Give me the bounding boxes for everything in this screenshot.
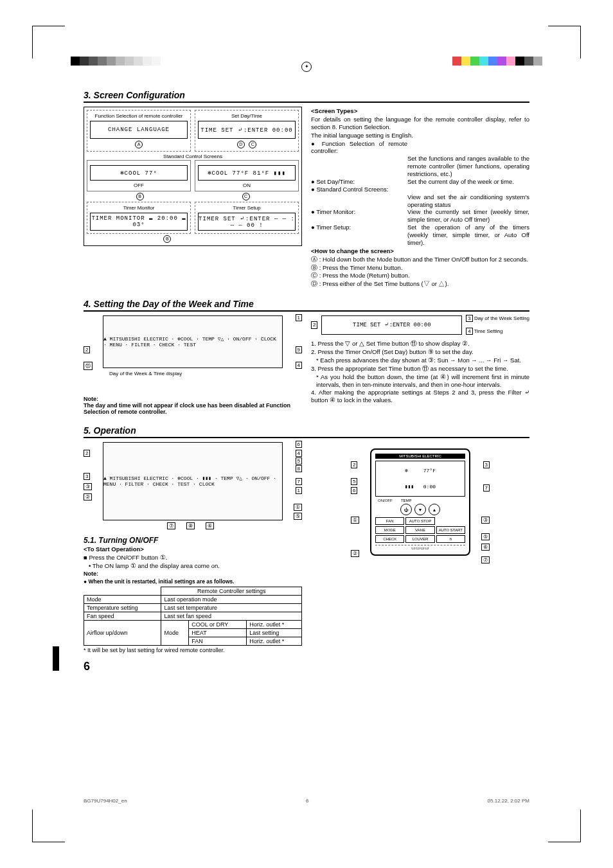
st-item2-label: ● Standard Control Screens: (311, 186, 407, 193)
btn-vane[interactable]: VANE (405, 526, 434, 534)
wc-2: 2 (351, 461, 357, 468)
btn-mode[interactable]: MODE (375, 526, 404, 534)
section-3-heading: 3. Screen Configuration (84, 90, 529, 103)
btn-temp-down[interactable]: ▼ (414, 504, 426, 515)
wireless-remote-figure: MITSUBISHI ELECTRIC ❄ 77°F ▮▮▮ 0:00 ON/O… (370, 448, 470, 556)
lcd-timer-setup: TIMER SET ⤶:ENTER — — : — — 00 ! (198, 213, 296, 231)
legend-dayweek: Day of the Week Setting (474, 315, 529, 321)
btn-check[interactable]: CHECK (375, 535, 404, 543)
label-on: ON (198, 182, 296, 188)
footer-right: 05.12.22, 2:02 PM (488, 798, 529, 804)
howto-step-a: Ⓐ : Hold down both the Mode button and t… (311, 256, 529, 263)
btn-onoff[interactable]: ⏻ (400, 504, 412, 515)
marker-c1: C (249, 141, 256, 148)
s4-step2: 2. Press the Timer On/Off (Set Day) butt… (311, 348, 529, 356)
to-start-heading: <To Start Operation> (84, 545, 144, 553)
s5-note-title: Note: (84, 571, 302, 578)
wc-2c: ② (351, 550, 359, 557)
wc-5: 5 (351, 478, 357, 485)
settings-table: Remote Controller settings ModeLast oper… (84, 587, 302, 646)
wc-7c: ⑦ (481, 556, 490, 563)
callout-2a: 2 (84, 346, 90, 353)
s5-note-line: ● When the unit is restarted, initial se… (84, 578, 302, 585)
wired-remote-figure-2: ▲ MITSUBISHI ELECTRIC · ❄COOL · ▮▮▮ · TE… (103, 442, 283, 520)
callout-11: ⑪ (84, 362, 93, 370)
callout-2b: 2 (311, 321, 317, 329)
st-item1-text: Set the current day of the week or time. (407, 178, 529, 186)
btn-h[interactable]: h (436, 535, 465, 543)
lcd-cool-off: ❄COOL 77° (90, 165, 188, 181)
wc-3c: ③ (481, 517, 490, 524)
c5-2: 2 (84, 450, 90, 457)
section-5-heading: 5. Operation (84, 425, 529, 438)
st-item2-text: View and set the air conditioning system… (407, 193, 529, 209)
label-off: OFF (90, 182, 188, 188)
s4-step2a: * Each press advances the day shown at ③… (311, 357, 529, 364)
caption-daytime: Day of the Week & Time display (109, 371, 302, 376)
tbl-footnote: * It will be set by last setting for wir… (84, 647, 302, 653)
c5-7: 7 (296, 478, 302, 485)
howto-step-d: Ⓓ : Press either of the Set Time buttons… (311, 280, 529, 288)
tbl-c01: Horiz. outlet * (247, 620, 302, 628)
label-set-day: Set Day/Time (231, 113, 262, 119)
wc-5c: ⑤ (481, 533, 490, 540)
btn-louver[interactable]: LOUVER (405, 535, 434, 543)
howto-step-c: Ⓒ : Press the Mode (Return) button. (311, 272, 529, 279)
st-item4-label: ● Timer Setup: (311, 224, 407, 247)
footer-left: BG79U794H02_en (84, 798, 127, 804)
wc-1c: ① (351, 517, 359, 524)
callout-3b: 3 (466, 315, 472, 322)
c5-6c: ⑥ (206, 522, 214, 529)
label-timer-setup: Timer Setup (233, 205, 260, 211)
c5-1r: 1 (296, 487, 302, 494)
callout-4c: 4 (466, 328, 472, 335)
btn-autostop[interactable]: AUTO STOP (405, 517, 434, 525)
st-item3-text: View the currently set timer (weekly tim… (407, 208, 529, 224)
tbl-r0-1: Last operation mode (161, 595, 302, 603)
marker-d: D (237, 141, 245, 148)
tbl-header: Remote Controller settings (161, 587, 302, 595)
callout-1: 1 (296, 314, 302, 321)
remote-brand: MITSUBISHI ELECTRIC (375, 454, 465, 459)
c5-3c: ③ (84, 483, 92, 490)
tbl-r0-0: Mode (84, 595, 161, 603)
footer: BG79U794H02_en 6 05.12.22, 2:02 PM (84, 798, 529, 804)
st-item0-text: Set the functions and ranges available t… (407, 155, 529, 178)
legend-timesetting: Time Setting (474, 328, 503, 334)
tbl-r2-1: Last set fan speed (161, 612, 302, 620)
c5-6: 6 (296, 441, 302, 448)
tbl-r1-1: Last set temperature (161, 603, 302, 612)
press-onoff: ■ Press the ON/OFF button ①. (84, 554, 302, 562)
tbl-r1-0: Temperature setting (84, 603, 161, 612)
tbl-c20: FAN (189, 637, 247, 645)
marker-c2: C (242, 193, 250, 200)
c5-2c: ② (84, 493, 92, 500)
marker-b: B (136, 193, 144, 200)
callout-4a: 4 (296, 362, 302, 369)
tbl-c00: COOL or DRY (189, 620, 247, 628)
callout-9: 9 (296, 346, 302, 353)
page-number: 6 (84, 660, 529, 673)
tbl-r2-0: Fan speed (84, 612, 161, 620)
lcd-cool-on: ❄COOL 77°F 81°F ▮▮▮ (198, 165, 296, 181)
wired-remote-figure: ▲ MITSUBISHI ELECTRIC · ❄COOL · TEMP ▽△ … (103, 315, 283, 368)
wc-6: 6 (351, 487, 357, 494)
marker-a: A (135, 141, 143, 148)
s4-note-body: The day and time will not appear if cloc… (84, 402, 302, 415)
tbl-airflow: Airflow up/down (84, 620, 161, 645)
wc-7: 7 (483, 484, 490, 492)
s4-step4: 4. After making the appropriate settings… (311, 389, 529, 404)
footer-mid: 6 (306, 798, 308, 804)
c5-5: 5 (296, 457, 302, 465)
registration-target-icon (301, 62, 312, 72)
lcd-s4-timeset: TIME SET ⤶:ENTER 00:00 (321, 315, 462, 335)
label-timer-monitor: Timer Monitor (123, 205, 154, 211)
lcd-timer-monitor: TIMER MONITOR ▬ 20:00 ▬ 03° (90, 213, 188, 231)
screen-types-heading: <Screen Types> (311, 107, 357, 114)
lcd-change-language: CHANGE LANGUAGE (90, 121, 188, 139)
tbl-modelabel: Mode (161, 620, 189, 645)
btn-fan[interactable]: FAN (375, 517, 404, 525)
btn-temp-up[interactable]: ▲ (429, 504, 440, 515)
side-tab-marker (53, 646, 59, 671)
btn-autostart[interactable]: AUTO START (436, 526, 465, 534)
